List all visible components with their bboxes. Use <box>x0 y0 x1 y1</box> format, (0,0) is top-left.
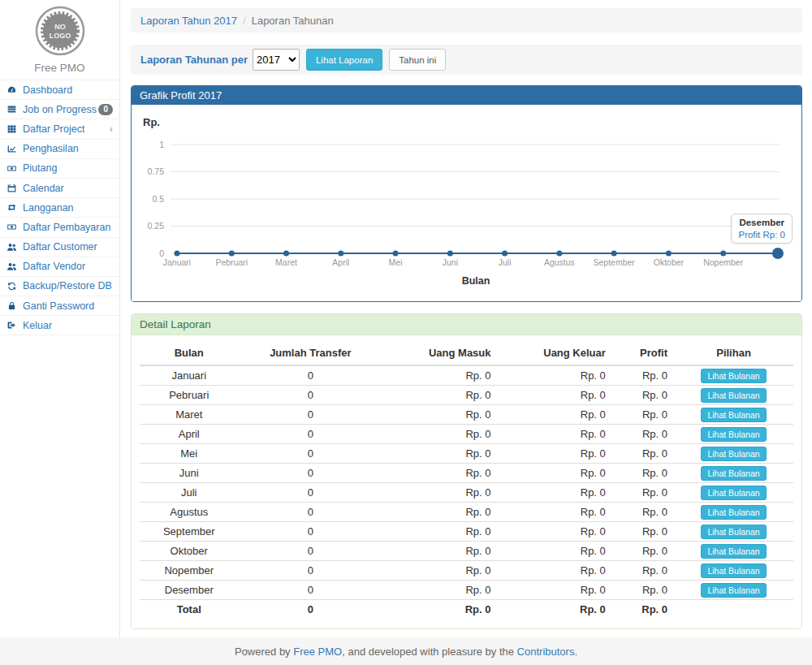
sidebar-item-label: Keluar <box>23 320 52 331</box>
total-cell-bulan: Total <box>140 600 238 620</box>
sidebar-item-label: Daftar Customer <box>23 241 97 253</box>
cell-bulan: September <box>140 522 238 542</box>
table-row-maret: Maret0Rp. 0Rp. 0Rp. 0Lihat Bulanan <box>140 405 793 425</box>
footer-text-middle: , and developed with pleasure by the <box>342 646 514 658</box>
footer-link-contributors[interactable]: Contributors. <box>517 646 577 658</box>
sidebar-item-label: Backup/Restore DB <box>23 280 112 291</box>
count-badge: 0 <box>98 104 113 115</box>
cell-bulan: Maret <box>140 405 238 425</box>
profit-line-chart[interactable]: Rp.10.750.50.250JanuariPebruariMaretApri… <box>132 105 801 304</box>
cell-bulan: Desember <box>140 581 238 600</box>
tahun-ini-button[interactable]: Tahun ini <box>389 49 446 71</box>
lock-icon <box>6 300 19 311</box>
report-table-body: Januari0Rp. 0Rp. 0Rp. 0Lihat BulananPebr… <box>140 365 793 619</box>
tooltip-month: Desember <box>738 218 785 227</box>
sidebar-item-calendar[interactable]: Calendar <box>0 179 119 198</box>
sidebar-item-daftar-pembayaran[interactable]: Daftar Pembayaran <box>0 218 119 237</box>
profit-chart-panel: Grafik Profit 2017 Rp.10.750.50.250Janua… <box>131 85 802 302</box>
sidebar-item-label: Piutang <box>23 162 57 174</box>
cell-jumlah-transfer: 0 <box>238 405 382 425</box>
table-row-januari: Januari0Rp. 0Rp. 0Rp. 0Lihat Bulanan <box>140 365 793 386</box>
sidebar-item-piutang[interactable]: Piutang <box>0 159 119 179</box>
lihat-bulanan-button[interactable]: Lihat Bulanan <box>701 369 766 383</box>
column-header-pilihan: Pilihan <box>674 342 793 365</box>
lihat-bulanan-button[interactable]: Lihat Bulanan <box>701 583 766 598</box>
sidebar-item-langganan[interactable]: Langganan <box>0 198 119 218</box>
lihat-laporan-button[interactable]: Lihat Laporan <box>306 49 382 71</box>
cell-profit: Rp. 0 <box>612 581 674 600</box>
cell-profit: Rp. 0 <box>612 365 674 386</box>
sidebar-item-label: Calendar <box>23 183 64 194</box>
svg-text:September: September <box>593 257 635 267</box>
cell-uang-keluar: Rp. 0 <box>498 581 612 600</box>
cell-jumlah-transfer: 0 <box>238 464 382 483</box>
cell-bulan: Juli <box>140 483 238 503</box>
lihat-bulanan-button[interactable]: Lihat Bulanan <box>701 544 766 559</box>
chevron-left-icon: ‹ <box>110 124 113 134</box>
cell-jumlah-transfer: 0 <box>238 561 382 581</box>
sidebar-item-dashboard[interactable]: Dashboard <box>0 80 119 100</box>
lihat-bulanan-button[interactable]: Lihat Bulanan <box>701 525 766 539</box>
svg-text:Nopember: Nopember <box>703 257 744 267</box>
svg-text:Juli: Juli <box>499 257 512 267</box>
sidebar-item-label: Daftar Pembayaran <box>23 222 110 233</box>
year-select[interactable]: 2017 <box>253 49 300 71</box>
cell-jumlah-transfer: 0 <box>238 444 382 464</box>
lihat-bulanan-button[interactable]: Lihat Bulanan <box>701 427 766 442</box>
svg-text:1: 1 <box>159 140 164 149</box>
lihat-bulanan-button[interactable]: Lihat Bulanan <box>701 466 766 481</box>
column-header-jumlah-transfer: Jumlah Transfer <box>238 342 382 365</box>
cell-bulan: Oktober <box>140 542 238 561</box>
brand-name: Free PMO <box>0 62 119 74</box>
cell-uang-masuk: Rp. 0 <box>382 503 497 522</box>
cell-profit: Rp. 0 <box>612 483 674 503</box>
tasks-icon <box>6 104 19 114</box>
chart-panel-title: Grafik Profit 2017 <box>132 86 801 105</box>
cell-pilihan: Lihat Bulanan <box>674 522 793 542</box>
lihat-bulanan-button[interactable]: Lihat Bulanan <box>701 505 766 520</box>
lihat-bulanan-button[interactable]: Lihat Bulanan <box>701 564 766 578</box>
sidebar-item-keluar[interactable]: Keluar <box>0 316 119 335</box>
cell-jumlah-transfer: 0 <box>238 542 382 561</box>
breadcrumb: Laporan Tahun 2017 / Laporan Tahunan <box>131 8 802 32</box>
sidebar-item-backup-restore-db[interactable]: Backup/Restore DB <box>0 277 119 296</box>
sidebar-item-daftar-project[interactable]: Daftar Project‹ <box>0 119 119 139</box>
footer-link-free-pmo[interactable]: Free PMO <box>293 646 342 658</box>
breadcrumb-link-laporan-tahun[interactable]: Laporan Tahun 2017 <box>140 15 237 27</box>
sidebar-item-label: Penghasilan <box>23 143 79 154</box>
cell-uang-masuk: Rp. 0 <box>382 483 497 503</box>
lihat-bulanan-button[interactable]: Lihat Bulanan <box>701 408 766 422</box>
svg-text:LOGO: LOGO <box>49 32 71 40</box>
cell-bulan: Juni <box>140 464 238 483</box>
detail-panel-title: Detail Laporan <box>132 314 801 335</box>
sidebar-menu: DashboardJob on Progress0Daftar Project‹… <box>0 80 119 335</box>
lihat-bulanan-button[interactable]: Lihat Bulanan <box>701 486 766 500</box>
table-icon <box>6 123 19 134</box>
no-logo-icon: NO LOGO <box>34 5 86 57</box>
lihat-bulanan-button[interactable]: Lihat Bulanan <box>701 388 766 403</box>
svg-text:NO: NO <box>54 23 66 31</box>
cell-uang-keluar: Rp. 0 <box>498 542 612 561</box>
cell-bulan: Agustus <box>140 503 238 522</box>
lihat-bulanan-button[interactable]: Lihat Bulanan <box>701 447 766 461</box>
sidebar-item-label: Job on Progress <box>23 104 97 115</box>
cell-uang-keluar: Rp. 0 <box>498 561 612 581</box>
table-row-nopember: Nopember0Rp. 0Rp. 0Rp. 0Lihat Bulanan <box>140 561 793 581</box>
table-row-oktober: Oktober0Rp. 0Rp. 0Rp. 0Lihat Bulanan <box>140 542 793 561</box>
table-row-juli: Juli0Rp. 0Rp. 0Rp. 0Lihat Bulanan <box>140 483 793 503</box>
sidebar-item-job-on-progress[interactable]: Job on Progress0 <box>0 100 119 119</box>
dashboard-icon <box>6 84 19 95</box>
svg-text:Oktober: Oktober <box>654 257 685 267</box>
cell-uang-masuk: Rp. 0 <box>382 542 497 561</box>
sidebar-item-daftar-customer[interactable]: Daftar Customer <box>0 238 119 257</box>
cell-jumlah-transfer: 0 <box>238 503 382 522</box>
cell-bulan: Januari <box>140 365 238 386</box>
sidebar-item-label: Dashboard <box>23 84 72 96</box>
footer-text-prefix: Powered by <box>235 646 291 658</box>
report-table-head: BulanJumlah TransferUang MasukUang Kelua… <box>140 342 793 365</box>
sidebar-item-penghasilan[interactable]: Penghasilan <box>0 140 119 159</box>
cell-jumlah-transfer: 0 <box>238 386 382 405</box>
sidebar-item-daftar-vendor[interactable]: Daftar Vendor <box>0 257 119 277</box>
refresh-icon <box>6 281 19 291</box>
sidebar-item-ganti-password[interactable]: Ganti Password <box>0 296 119 316</box>
